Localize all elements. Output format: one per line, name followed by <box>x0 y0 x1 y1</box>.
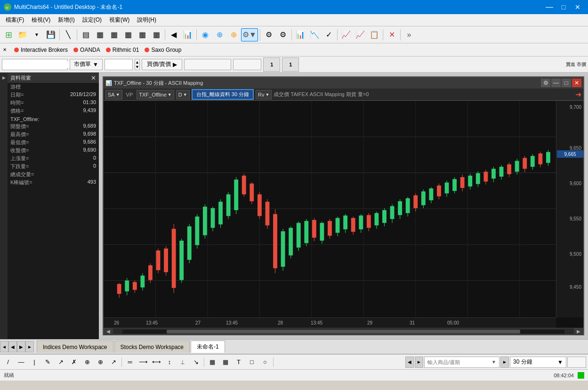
menu-view[interactable]: 檢視(V) <box>28 15 54 25</box>
maximize-button[interactable]: □ <box>557 2 570 12</box>
candle2-button[interactable]: 📉 <box>308 28 321 41</box>
draw-pencil-tool[interactable]: ✎ <box>41 357 54 368</box>
ws-nav-prev[interactable]: ◀ <box>8 341 17 352</box>
scroll-left-button[interactable]: ◀ <box>104 328 113 335</box>
tab-stocks[interactable]: Stocks Demo Workspace <box>114 341 190 353</box>
draw-plus-tool[interactable]: ⊕ <box>81 357 93 368</box>
settings2-button[interactable]: ⚙ <box>276 28 290 41</box>
open-button[interactable]: 📁 <box>16 28 29 41</box>
draw-double-line-tool[interactable]: ═ <box>124 357 136 368</box>
draw-ray-tool[interactable]: ↗ <box>55 357 67 368</box>
indicator1-button[interactable]: ◉ <box>199 28 212 41</box>
quantity-input[interactable] <box>107 61 130 68</box>
more-button[interactable]: » <box>403 28 416 41</box>
ws-nav-last[interactable]: ► <box>25 341 34 352</box>
dt-nav-prev[interactable]: ◀ <box>405 357 414 368</box>
chart-settings-button[interactable]: ⚙ <box>541 79 550 87</box>
prev-button[interactable]: ◀ <box>167 28 180 41</box>
dt-nav-extra[interactable]: ► <box>500 357 509 368</box>
draw-line-tool[interactable]: / <box>2 357 14 368</box>
draw-grid2-tool[interactable]: ▦ <box>219 357 232 368</box>
scroll-right-button[interactable]: ▶ <box>574 328 583 335</box>
layout1-button[interactable]: ▤ <box>79 28 92 41</box>
search-box[interactable]: 🔍 <box>2 59 68 70</box>
layout6-button[interactable]: ▦ <box>150 28 163 41</box>
broker-rithmic[interactable]: Rithmic 01 <box>106 47 139 53</box>
minimize-button[interactable]: — <box>543 2 556 12</box>
draw-diag-tool[interactable]: ↘ <box>190 357 202 368</box>
broker-oanda[interactable]: OANDA <box>73 47 100 53</box>
draw-rect-tool[interactable]: □ <box>246 357 258 368</box>
buy-price-box[interactable]: 買進 市價 1 <box>263 57 280 72</box>
draw-cross-tool[interactable]: ✗ <box>68 357 80 368</box>
draw-ellipse-tool[interactable]: ○ <box>259 357 271 368</box>
menu-help[interactable]: 說明(H) <box>133 15 160 25</box>
chart-body[interactable]: 9,700 9,650 9,665 9,600 9,550 9,500 9,45… <box>104 101 583 328</box>
price-field1[interactable] <box>184 59 231 70</box>
close-chart-button[interactable]: ✕ <box>385 28 398 41</box>
chart-type-button[interactable]: 📊 <box>181 28 194 41</box>
buy-sell-button[interactable]: 買價/賣價 ▶ <box>142 59 182 70</box>
rv-dropdown[interactable]: Rv▼ <box>256 90 272 99</box>
order-type-dropdown[interactable]: 市價單 ▼ <box>70 59 103 70</box>
quantity-box[interactable] <box>105 59 133 70</box>
indicator4-button[interactable]: ⚙▼ <box>241 28 258 41</box>
draw-hline-tool[interactable]: — <box>15 357 27 368</box>
indicator3-button[interactable]: ⊕ <box>227 28 240 41</box>
save-button[interactable]: 💾 <box>44 28 57 41</box>
search-input[interactable] <box>4 61 75 68</box>
highlighted-period[interactable]: 台指_離線資料 30 分鐘 <box>192 89 254 100</box>
scrollbar-thumb[interactable] <box>167 330 520 333</box>
chart-close-button[interactable]: ✕ <box>572 79 581 87</box>
draw-plus2-tool[interactable]: ⊕ <box>94 357 106 368</box>
draw-arrow-right-tool[interactable]: ⟶ <box>137 357 149 368</box>
menu-file[interactable]: 檔案(F) <box>2 15 28 25</box>
layout4-button[interactable]: ▦ <box>121 28 135 41</box>
close-button[interactable]: ✕ <box>571 2 584 12</box>
broker-saxo[interactable]: Saxo Group <box>145 47 181 53</box>
tab-indices[interactable]: Indices Demo Workspace <box>37 341 113 353</box>
qty-up-button[interactable]: ▲ <box>135 60 139 65</box>
broker-interactive[interactable]: Interactive Brokers <box>14 47 68 53</box>
symbol-dropdown[interactable]: TXF_Offline▼ <box>137 90 174 99</box>
chart-minimize-button[interactable]: — <box>551 79 561 87</box>
symbol-input-field[interactable] <box>427 359 491 365</box>
period-dropdown[interactable]: 30 分鐘 ▼ <box>510 357 566 368</box>
layout2-button[interactable]: ▦ <box>93 28 106 41</box>
draw-grid-tool[interactable]: ▦ <box>206 357 218 368</box>
candle-button[interactable]: 📊 <box>294 28 307 41</box>
price-field2[interactable] <box>233 59 261 70</box>
tab-unnamed[interactable]: 未命名-1 <box>191 341 225 353</box>
broker-bar-close[interactable]: ✕ <box>3 47 7 52</box>
sa-dropdown[interactable]: SA▼ <box>105 90 122 99</box>
draw-text-tool[interactable]: T <box>233 357 245 368</box>
menu-new[interactable]: 新增(I) <box>54 15 78 25</box>
trade1-button[interactable]: 📈 <box>339 28 353 41</box>
draw-line-button[interactable]: ╲ <box>62 28 75 41</box>
symbol-period-input[interactable]: ▼ <box>424 357 499 368</box>
indicator2-button[interactable]: ⊕ <box>213 28 226 41</box>
check-button[interactable]: ✓ <box>322 28 335 41</box>
chart-scrollbar[interactable]: ◀ ▶ <box>104 328 583 334</box>
menu-settings[interactable]: 設定(O) <box>79 15 105 25</box>
ws-nav-first[interactable]: ◄ <box>0 341 8 352</box>
period-extra-box[interactable] <box>567 357 586 368</box>
menu-window[interactable]: 視窗(W) <box>105 15 133 25</box>
draw-vert-arrow-tool[interactable]: ↕ <box>163 357 176 368</box>
trade3-button[interactable]: 📋 <box>368 28 381 41</box>
layout3-button[interactable]: ▦ <box>107 28 121 41</box>
toolbar-dropdown1[interactable]: ▼ <box>30 28 43 41</box>
qty-down-button[interactable]: ▼ <box>135 65 139 69</box>
trade2-button[interactable]: 📈 <box>354 28 367 41</box>
data-dropdown[interactable]: D▼ <box>176 90 190 99</box>
draw-arrow-tool[interactable]: ↗ <box>107 357 120 368</box>
ws-nav-next[interactable]: ▶ <box>17 341 25 352</box>
draw-bi-arrow-tool[interactable]: ⟷ <box>150 357 162 368</box>
layout5-button[interactable]: ▦ <box>136 28 149 41</box>
draw-perp-tool[interactable]: ⟂ <box>177 357 189 368</box>
sell-price-box[interactable]: 賣出 市價 1 <box>282 57 299 72</box>
add-chart-button[interactable]: ⊞ <box>2 28 15 41</box>
draw-vline-tool[interactable]: | <box>28 357 40 368</box>
data-panel-close-button[interactable]: ✕ <box>91 74 96 81</box>
chart-maximize-button[interactable]: □ <box>562 79 571 87</box>
